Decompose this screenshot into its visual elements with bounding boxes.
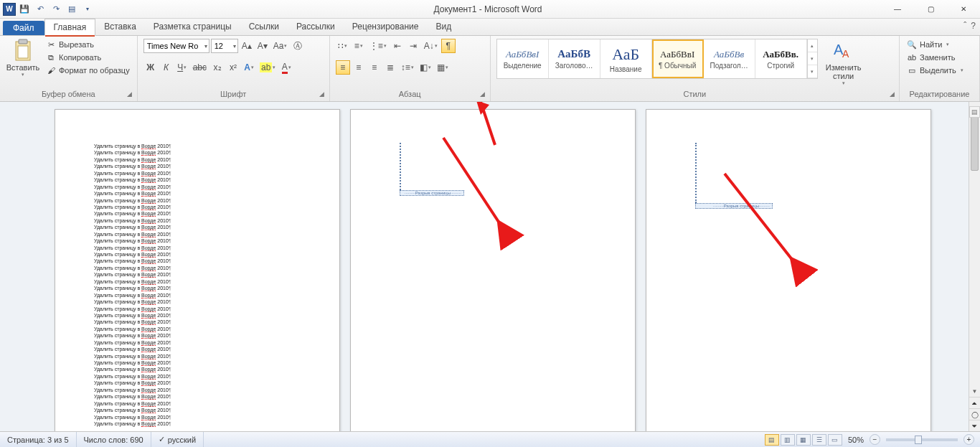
text-line[interactable]: Удалить страницу в Ворде 2010¶ <box>94 210 301 217</box>
text-line[interactable]: Удалить страницу в Ворде 2010¶ <box>94 184 301 190</box>
zoom-in-button[interactable]: + <box>963 434 974 445</box>
paste-button[interactable]: Вставить ▾ <box>6 39 40 77</box>
tab-вид[interactable]: Вид <box>427 19 460 35</box>
bullets-button[interactable]: ∷ <box>336 39 350 53</box>
text-line[interactable]: Удалить страницу в Ворде 2010¶ <box>94 319 301 325</box>
vertical-scrollbar[interactable]: ▲ ▼ ⏶ ◯ ⏷ <box>969 102 980 431</box>
shading-button[interactable]: ◧ <box>418 60 433 75</box>
copy-button[interactable]: ⧉Копировать <box>44 52 131 63</box>
grow-font-button[interactable]: A▴ <box>240 39 254 53</box>
outline-view[interactable]: ☰ <box>812 434 826 446</box>
tab-ссылки[interactable]: Ссылки <box>240 19 288 35</box>
text-line[interactable]: Удалить страницу в Ворде 2010¶ <box>94 265 301 271</box>
clear-formatting-button[interactable]: Ⓐ <box>291 39 305 53</box>
text-line[interactable]: Удалить страницу в Ворде 2010¶ <box>94 332 301 339</box>
decrease-indent-button[interactable]: ⇤ <box>390 39 405 53</box>
text-line[interactable]: Удалить страницу в Ворде 2010¶ <box>94 393 301 400</box>
superscript-button[interactable]: x² <box>226 60 240 75</box>
minimize-button[interactable]: — <box>881 0 914 19</box>
font-color-button[interactable]: A <box>279 60 293 75</box>
text-line[interactable]: Удалить страницу в Ворде 2010¶ <box>94 251 301 258</box>
file-tab[interactable]: Файл <box>3 21 44 35</box>
text-line[interactable]: Удалить страницу в Ворде 2010¶ <box>94 149 301 156</box>
tab-вставка[interactable]: Вставка <box>95 19 145 35</box>
format-painter-button[interactable]: 🖌Формат по образцу <box>44 65 131 76</box>
tab-рассылки[interactable]: Рассылки <box>288 19 344 35</box>
text-effects-button[interactable]: A <box>242 60 256 75</box>
text-line[interactable]: Удалить страницу в Ворде 2010¶ <box>94 298 301 305</box>
paragraph-dialog-launcher[interactable]: ◢ <box>479 90 487 98</box>
align-center-button[interactable]: ≡ <box>352 60 366 75</box>
text-line[interactable]: Удалить страницу в Ворде 2010¶ <box>94 197 301 204</box>
italic-button[interactable]: К <box>159 60 174 75</box>
status-page[interactable]: Страница: 3 из 5 <box>0 432 77 447</box>
style-item[interactable]: АаБбВЗаголово… <box>549 39 600 78</box>
text-line[interactable]: Удалить страницу в Ворде 2010¶ <box>94 359 301 366</box>
text-line[interactable]: Удалить страницу в Ворде 2010¶ <box>94 143 301 149</box>
style-item[interactable]: АаБбВв.Строгий <box>755 39 807 78</box>
redo-icon[interactable]: ↷ <box>49 2 63 17</box>
cut-button[interactable]: ✂Вырезать <box>44 39 131 50</box>
shrink-font-button[interactable]: A▾ <box>255 39 270 53</box>
text-line[interactable]: Удалить страницу в Ворде 2010¶ <box>94 407 301 413</box>
status-word-count[interactable]: Число слов: 690 <box>77 432 151 447</box>
tab-разметка страницы[interactable]: Разметка страницы <box>145 19 240 35</box>
zoom-out-button[interactable]: − <box>870 434 880 445</box>
numbering-button[interactable]: ≡ <box>352 39 366 53</box>
style-item[interactable]: АаБбВвІВыделение <box>497 39 549 78</box>
text-line[interactable]: Удалить страницу в Ворде 2010¶ <box>94 420 301 427</box>
draft-view[interactable]: ▭ <box>828 434 842 446</box>
subscript-button[interactable]: x₂ <box>210 60 225 75</box>
text-line[interactable]: Удалить страницу в Ворде 2010¶ <box>94 170 301 177</box>
select-button[interactable]: ▭Выделить▾ <box>905 65 965 76</box>
highlight-button[interactable]: ab <box>258 60 278 75</box>
text-line[interactable]: Удалить страницу в Ворде 2010¶ <box>94 258 301 264</box>
text-line[interactable]: Удалить страницу в Ворде 2010¶ <box>94 400 301 407</box>
zoom-slider[interactable] <box>886 438 958 441</box>
text-line[interactable]: Удалить страницу в Ворде 2010¶ <box>94 387 301 393</box>
save-icon[interactable]: 💾 <box>17 2 32 17</box>
web-layout-view[interactable]: ▦ <box>796 434 811 446</box>
text-line[interactable]: Удалить страницу в Ворде 2010¶ <box>94 353 301 359</box>
styles-dialog-launcher[interactable]: ◢ <box>887 90 896 98</box>
page-3[interactable]: ·········Разрыв страницы········· <box>646 109 931 431</box>
styles-gallery[interactable]: АаБбВвІВыделениеАаБбВЗаголово…АаБНазвани… <box>496 39 818 79</box>
sort-button[interactable]: A↓ <box>422 39 440 53</box>
align-right-button[interactable]: ≡ <box>367 60 382 75</box>
qat-dropdown-icon[interactable]: ▾ <box>80 2 95 17</box>
text-line[interactable]: Удалить страницу в Ворде 2010¶ <box>94 177 301 183</box>
text-line[interactable]: Удалить страницу в Ворде 2010¶ <box>94 346 301 352</box>
next-page-button[interactable]: ⏷ <box>969 420 980 431</box>
scroll-track[interactable] <box>969 113 980 385</box>
change-styles-button[interactable]: AA Изменить стили ▾ <box>822 39 865 86</box>
align-left-button[interactable]: ≡ <box>336 60 350 75</box>
tab-главная[interactable]: Главная <box>44 19 96 36</box>
qat-custom-icon[interactable]: ▤ <box>65 2 79 17</box>
text-line[interactable]: Удалить страницу в Ворде 2010¶ <box>94 366 301 372</box>
full-screen-view[interactable]: ▥ <box>781 434 795 446</box>
help-icon[interactable]: ? <box>971 21 976 31</box>
page-2[interactable]: ·········Разрыв страницы········· <box>350 109 636 431</box>
clipboard-dialog-launcher[interactable]: ◢ <box>126 90 134 98</box>
status-language[interactable]: ✓русский <box>151 432 204 447</box>
strikethrough-button[interactable]: abc <box>191 60 209 75</box>
font-size-combo[interactable]: 12 <box>211 39 238 53</box>
tab-рецензирование[interactable]: Рецензирование <box>344 19 428 35</box>
text-line[interactable]: Удалить страницу в Ворде 2010¶ <box>94 156 301 163</box>
text-line[interactable]: Удалить страницу в Ворде 2010¶ <box>94 373 301 380</box>
underline-button[interactable]: Ч <box>175 60 189 75</box>
font-dialog-launcher[interactable]: ◢ <box>318 90 326 98</box>
text-line[interactable]: Удалить страницу в Ворде 2010¶ <box>94 190 301 197</box>
multilevel-button[interactable]: ⋮≡ <box>367 39 389 53</box>
text-line[interactable]: Удалить страницу в Ворде 2010¶ <box>94 326 301 332</box>
zoom-level[interactable]: 50% <box>848 436 864 444</box>
style-item[interactable]: АаБНазвание <box>600 39 652 78</box>
justify-button[interactable]: ≣ <box>383 60 397 75</box>
zoom-knob[interactable] <box>915 436 922 444</box>
change-case-button[interactable]: Aa <box>271 39 290 53</box>
bold-button[interactable]: Ж <box>143 60 158 75</box>
text-line[interactable]: Удалить страницу в Ворде 2010¶ <box>94 339 301 346</box>
text-line[interactable]: Удалить страницу в Ворде 2010¶ <box>94 285 301 291</box>
minimize-ribbon-icon[interactable]: ˆ <box>963 21 966 31</box>
increase-indent-button[interactable]: ⇥ <box>406 39 420 53</box>
